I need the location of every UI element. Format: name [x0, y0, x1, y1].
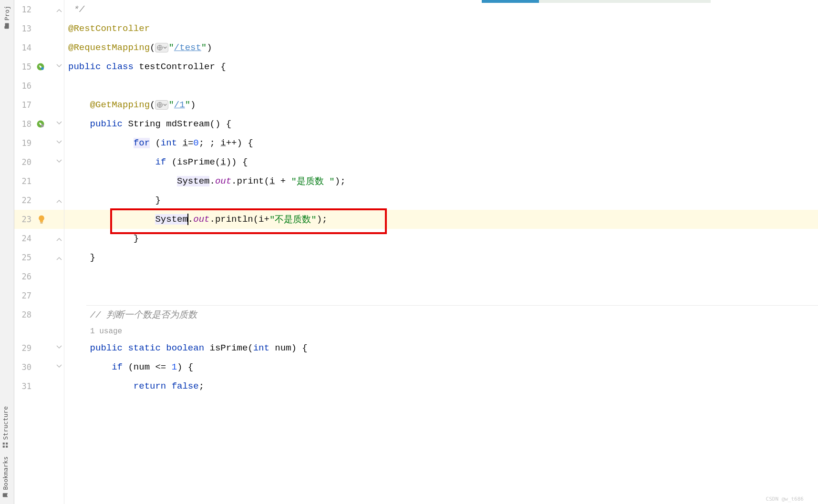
watermark: CSDN @w_t686: [766, 496, 804, 502]
line-number[interactable]: 20: [14, 157, 34, 167]
line-number[interactable]: 28: [14, 310, 34, 319]
code-line[interactable]: if (isPrime(i)) {: [64, 153, 818, 172]
line-number[interactable]: 13: [14, 24, 34, 33]
fold-start-icon[interactable]: [56, 345, 62, 351]
code-line[interactable]: System.out.print(i + "是质数 ");: [64, 172, 818, 191]
fold-start-icon[interactable]: [56, 364, 62, 370]
line-number[interactable]: 29: [14, 343, 34, 353]
fold-end-icon[interactable]: [56, 7, 62, 12]
code-line[interactable]: [64, 76, 818, 95]
bookmark-icon: [2, 492, 9, 498]
gutter: 12 13 14 15 16 17 18 19 20 21 22 23 24 2…: [14, 0, 64, 504]
svg-point-5: [41, 67, 44, 70]
code-line[interactable]: }: [64, 248, 818, 267]
line-number[interactable]: 22: [14, 195, 34, 205]
svg-rect-2: [6, 446, 8, 448]
line-number[interactable]: 24: [14, 234, 34, 243]
line-number[interactable]: 26: [14, 272, 34, 281]
code-line[interactable]: @RequestMapping("/test"): [64, 38, 818, 57]
intention-bulb-icon[interactable]: [37, 215, 46, 224]
svg-rect-10: [41, 223, 43, 224]
line-number[interactable]: 14: [14, 43, 34, 52]
comment-text: */: [68, 4, 84, 15]
spring-bean-icon[interactable]: [36, 120, 45, 128]
line-number[interactable]: 16: [14, 81, 34, 91]
svg-rect-1: [3, 442, 5, 444]
usage-hint[interactable]: 1 usage: [64, 324, 818, 339]
project-tab[interactable]: Proj: [0, 2, 14, 33]
code-line[interactable]: public class testController {: [64, 57, 818, 76]
line-number[interactable]: 15: [14, 62, 34, 72]
code-line-current[interactable]: System.out.println(i+"不是质数");: [64, 210, 818, 229]
project-tab-label: Proj: [3, 6, 10, 21]
line-number[interactable]: 19: [14, 138, 34, 148]
line-number[interactable]: 30: [14, 362, 34, 372]
line-number[interactable]: 12: [14, 5, 34, 14]
fold-end-icon[interactable]: [56, 236, 62, 241]
fold-start-icon[interactable]: [56, 64, 62, 70]
line-number[interactable]: 31: [14, 381, 34, 391]
line-number[interactable]: 17: [14, 100, 34, 110]
fold-start-icon[interactable]: [56, 140, 62, 146]
code-line[interactable]: public String mdStream() {: [64, 114, 818, 134]
code-line[interactable]: @GetMapping("/1"): [64, 95, 818, 114]
structure-tab[interactable]: Structure: [0, 402, 11, 452]
code-line[interactable]: for (int i=0; ; i++) {: [64, 134, 818, 153]
structure-tab-label: Structure: [2, 406, 9, 440]
code-line[interactable]: }: [64, 191, 818, 210]
fold-end-icon[interactable]: [56, 197, 62, 203]
annotation: @GetMapping: [90, 100, 150, 110]
svg-rect-0: [3, 446, 5, 448]
code-line[interactable]: [64, 286, 818, 305]
line-number[interactable]: 21: [14, 176, 34, 186]
structure-icon: [2, 442, 9, 449]
comment-text: // 判断一个数是否为质数: [90, 309, 197, 321]
method-separator: [86, 305, 818, 306]
code-line[interactable]: }: [64, 229, 818, 248]
fold-start-icon[interactable]: [56, 121, 62, 127]
url-link[interactable]: /test: [174, 42, 201, 53]
annotation: @RequestMapping: [68, 42, 150, 53]
line-number[interactable]: 23: [14, 215, 34, 224]
usage-count[interactable]: 1 usage: [68, 327, 122, 336]
line-number[interactable]: 18: [14, 119, 34, 129]
side-tool-tabs: Proj Structure Bookmarks: [0, 0, 14, 504]
spring-bean-icon[interactable]: [36, 62, 45, 71]
url-link[interactable]: /1: [174, 100, 185, 110]
code-line[interactable]: @RestController: [64, 19, 818, 38]
code-line[interactable]: public static boolean isPrime(int num) {: [64, 339, 818, 358]
line-number[interactable]: 27: [14, 291, 34, 300]
fold-start-icon[interactable]: [56, 159, 62, 165]
annotation: @RestController: [68, 23, 150, 34]
code-line[interactable]: // 判断一个数是否为质数: [64, 305, 818, 324]
code-editor[interactable]: */ @RestController @RequestMapping("/tes…: [64, 0, 818, 504]
code-line[interactable]: */: [64, 0, 818, 19]
folder-icon: [4, 22, 10, 29]
code-line[interactable]: return false;: [64, 377, 818, 396]
url-globe-icon[interactable]: [155, 43, 168, 52]
bookmarks-tab[interactable]: Bookmarks: [0, 453, 11, 502]
svg-point-7: [41, 124, 44, 127]
code-line[interactable]: [64, 267, 818, 286]
svg-rect-3: [6, 442, 8, 444]
bookmarks-tab-label: Bookmarks: [2, 456, 9, 490]
code-line[interactable]: if (num <= 1) {: [64, 358, 818, 377]
url-globe-icon[interactable]: [155, 100, 168, 110]
fold-end-icon[interactable]: [56, 255, 62, 260]
line-number[interactable]: 25: [14, 253, 34, 262]
